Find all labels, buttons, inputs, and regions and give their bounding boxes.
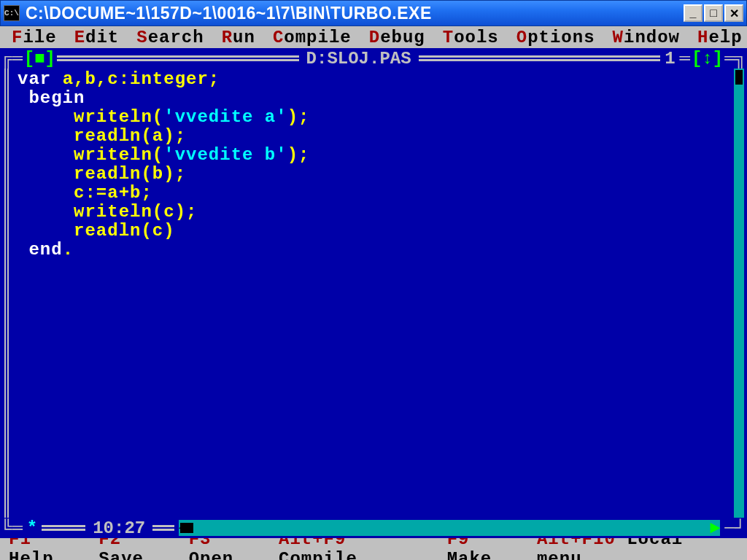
vertical-scrollbar[interactable] <box>734 69 744 518</box>
code-line[interactable]: var a,b,c:integer; <box>18 70 729 89</box>
code-line[interactable]: readln(c) <box>18 222 729 241</box>
code-line[interactable]: begin <box>18 89 729 108</box>
app-window: C:\ C:\DOCUME~1\157D~1\0016~1\7\BIN\TURB… <box>0 0 747 560</box>
window-title: C:\DOCUME~1\157D~1\0016~1\7\BIN\TURBO.EX… <box>26 4 684 23</box>
zoom-widget[interactable]: [↕] <box>692 49 723 69</box>
code-line[interactable]: end. <box>18 241 729 260</box>
vscroll-thumb[interactable] <box>735 70 743 85</box>
code-line[interactable]: readln(a); <box>18 127 729 146</box>
frame-line <box>57 55 299 61</box>
titlebar[interactable]: C:\ C:\DOCUME~1\157D~1\0016~1\7\BIN\TURB… <box>0 0 747 26</box>
menu-help[interactable]: Help <box>690 28 747 47</box>
frame-corner-bl: ╚═ <box>0 518 24 538</box>
frame-line <box>152 525 174 531</box>
resize-corner[interactable]: ─┘ <box>723 518 747 538</box>
editor-filename: D:SLOJ.PAS <box>301 49 417 69</box>
frame-corner-tl: ╔═ <box>0 49 24 69</box>
hscroll-right-icon[interactable]: ► <box>708 520 721 536</box>
menu-options[interactable]: Options <box>509 28 603 47</box>
hscroll-thumb[interactable] <box>180 523 193 533</box>
menu-debug[interactable]: Debug <box>362 28 433 47</box>
menu-file[interactable]: File <box>4 28 64 47</box>
frame-corner-tr: ═╗ <box>723 49 747 69</box>
frame-eq: ═ <box>678 49 692 69</box>
menu-search[interactable]: Search <box>129 28 211 47</box>
statusbar: F1 HelpF2 SaveF3 OpenAlt+F9 CompileF9 Ma… <box>0 538 747 560</box>
frame-line <box>42 525 85 531</box>
code-line[interactable]: readln(b); <box>18 165 729 184</box>
close-button[interactable]: ✕ <box>724 4 743 22</box>
cursor-position: 10:27 <box>87 518 151 538</box>
modified-icon: * <box>24 518 40 538</box>
code-line[interactable]: writeln(c); <box>18 203 729 222</box>
code-line[interactable]: c:=a+b; <box>18 184 729 203</box>
frame-right <box>729 69 747 518</box>
menu-run[interactable]: Run <box>214 28 263 47</box>
menubar: FileEditSearchRunCompileDebugToolsOption… <box>0 26 747 48</box>
frame-left <box>4 69 18 518</box>
app-icon: C:\ <box>4 5 20 21</box>
editor-frame-bottom: ╚═ * 10:27 ◄ ► ─┘ <box>0 518 747 538</box>
close-widget[interactable]: [■] <box>24 49 55 69</box>
menu-tools[interactable]: Tools <box>436 28 506 47</box>
code-body: var a,b,c:integer; begin writeln('vvedit… <box>0 69 747 518</box>
editor-frame-top: ╔═ [■] D:SLOJ.PAS 1 ═ [↕] ═╗ <box>0 48 747 69</box>
minimize-button[interactable]: _ <box>684 4 703 22</box>
horizontal-scrollbar[interactable]: ◄ ► <box>179 520 720 536</box>
menu-edit[interactable]: Edit <box>67 28 127 47</box>
window-number: 1 <box>662 49 678 69</box>
frame-line <box>419 55 661 61</box>
maximize-button[interactable]: □ <box>704 4 723 22</box>
menu-window[interactable]: Window <box>605 28 687 47</box>
editor-area: ╔═ [■] D:SLOJ.PAS 1 ═ [↕] ═╗ var a,b,c:i… <box>0 48 747 538</box>
code-line[interactable]: writeln('vvedite b'); <box>18 146 729 165</box>
code-line[interactable]: writeln('vvedite a'); <box>18 108 729 127</box>
code-editor[interactable]: var a,b,c:integer; begin writeln('vvedit… <box>18 69 729 518</box>
menu-compile[interactable]: Compile <box>266 28 359 47</box>
window-controls: _ □ ✕ <box>684 4 743 22</box>
